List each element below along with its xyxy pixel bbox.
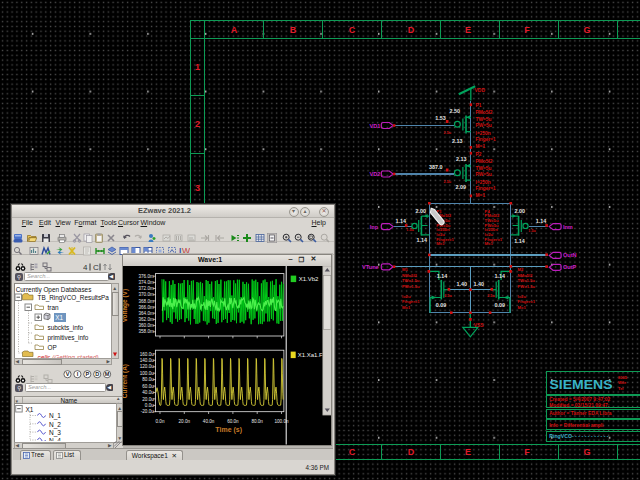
svg-text:Tel: Tel: [618, 386, 623, 391]
svg-text:P: P: [85, 372, 89, 378]
svg-text:-20.0u: -20.0u: [141, 410, 154, 415]
svg-text:l=250n: l=250n: [476, 180, 491, 185]
svg-text:E: E: [465, 447, 471, 457]
svg-text:1.40: 1.40: [474, 281, 485, 287]
svg-text:RingVCO- - - - - - - - - - - -: RingVCO- - - - - - - - - - - -: [549, 433, 609, 439]
svg-text:2.5u: 2.5u: [487, 294, 495, 298]
svg-text:20.0u: 20.0u: [142, 397, 154, 402]
svg-text:0.09: 0.09: [436, 302, 447, 308]
svg-text:80.0n: 80.0n: [251, 420, 263, 425]
svg-text:1.14: 1.14: [417, 237, 428, 243]
svg-text:PW=1.5u: PW=1.5u: [402, 284, 420, 289]
svg-text:2.13: 2.13: [452, 138, 463, 144]
svg-text:F: F: [524, 25, 530, 35]
svg-text:OutN: OutN: [563, 252, 577, 258]
svg-text:E: E: [465, 25, 471, 35]
svg-text:Finger=1: Finger=1: [476, 186, 496, 191]
svg-text:2.00: 2.00: [416, 208, 427, 214]
svg-text:4: 4: [83, 263, 88, 272]
svg-text:Inm: Inm: [563, 224, 573, 230]
svg-text:l=250n: l=250n: [476, 131, 491, 136]
svg-text:Modified = 03/15/21 09:47:: Modified = 03/15/21 09:47:: [549, 403, 610, 408]
svg-text:372.0m: 372.0m: [138, 287, 153, 292]
svg-text:2: 2: [195, 119, 200, 129]
svg-text:M=1: M=1: [476, 144, 486, 149]
svg-text:376.0m: 376.0m: [138, 274, 153, 279]
svg-text:TW=5u: TW=5u: [476, 166, 492, 171]
svg-text:D: D: [95, 372, 99, 378]
svg-text:1.14: 1.14: [494, 273, 505, 279]
svg-text:C: C: [349, 447, 356, 457]
svg-text:368.0m: 368.0m: [138, 299, 153, 304]
svg-text:362.0m: 362.0m: [138, 317, 153, 322]
svg-text:1.5u: 1.5u: [528, 229, 536, 233]
svg-text:Finger=1: Finger=1: [476, 137, 496, 142]
svg-text:160.0u: 160.0u: [140, 352, 154, 357]
svg-text:1.14: 1.14: [536, 218, 547, 224]
svg-text:N_1: N_1: [49, 412, 61, 420]
svg-text:Author = Tanner EDA Libra: Author = Tanner EDA Libra: [549, 411, 612, 416]
svg-text:C: C: [93, 263, 99, 272]
svg-text:OutP: OutP: [563, 264, 577, 270]
svg-text:Info = Differential ampli: Info = Differential ampli: [549, 423, 604, 428]
svg-text:l=2u: l=2u: [518, 294, 527, 299]
svg-text:Finger=1: Finger=1: [518, 299, 536, 304]
svg-text:140.0u: 140.0u: [140, 358, 154, 363]
svg-text:1.14: 1.14: [514, 238, 525, 244]
svg-text:1.40: 1.40: [457, 281, 468, 287]
svg-text:387.0: 387.0: [429, 164, 443, 170]
svg-text:1.14: 1.14: [395, 218, 406, 224]
svg-text:100.0u: 100.0u: [140, 371, 154, 376]
svg-text:X1.Xa1.F: X1.Xa1.F: [297, 353, 322, 359]
svg-text:PMo5l2: PMo5l2: [476, 110, 493, 115]
svg-text:M=1: M=1: [476, 193, 486, 198]
svg-text:PMo5l2: PMo5l2: [476, 159, 493, 164]
svg-text:0.0u: 0.0u: [145, 403, 154, 408]
svg-text:2.13: 2.13: [456, 156, 467, 162]
svg-text:M=1: M=1: [518, 305, 527, 310]
svg-text:TW=1.5u: TW=1.5u: [518, 278, 536, 283]
svg-text:60.0u: 60.0u: [142, 384, 154, 389]
svg-text:N_4: N_4: [49, 437, 61, 441]
svg-text:M=1: M=1: [402, 305, 411, 310]
svg-text:Wile: Wile: [618, 380, 627, 385]
svg-text:P1: P1: [476, 103, 482, 108]
svg-text:VD2: VD2: [370, 171, 381, 177]
svg-text:2.5u: 2.5u: [444, 294, 452, 298]
svg-text:2.09: 2.09: [456, 184, 467, 190]
svg-text:2.5u: 2.5u: [444, 131, 452, 135]
svg-text:M2: M2: [518, 267, 524, 272]
svg-text:2.5u: 2.5u: [444, 180, 452, 184]
svg-text:M1: M1: [402, 267, 408, 272]
svg-text:B: B: [290, 25, 297, 35]
svg-text:G: G: [583, 25, 590, 35]
svg-text:A: A: [231, 25, 238, 35]
svg-text:D: D: [408, 447, 415, 457]
svg-text:60.0n: 60.0n: [227, 420, 239, 425]
svg-text:0.0n: 0.0n: [155, 420, 164, 425]
svg-text:NMo5l2: NMo5l2: [402, 273, 418, 278]
svg-text:PW=5u: PW=5u: [476, 123, 492, 128]
svg-text:370.0m: 370.0m: [138, 293, 153, 298]
svg-text:C: C: [349, 25, 356, 35]
svg-text:374.0m: 374.0m: [138, 280, 153, 285]
svg-text:2.00: 2.00: [515, 208, 526, 214]
svg-text:1.5u: 1.5u: [406, 228, 414, 232]
svg-text:N_2: N_2: [49, 421, 61, 429]
svg-text:Time (s): Time (s): [215, 426, 242, 434]
svg-text:366.0m: 366.0m: [138, 305, 153, 310]
svg-text:120.0u: 120.0u: [140, 365, 154, 370]
svg-text:TW=5u: TW=5u: [476, 117, 492, 122]
svg-text:M=1: M=1: [485, 241, 494, 246]
svg-text:l=2u: l=2u: [402, 294, 411, 299]
svg-text:X1: X1: [25, 406, 33, 413]
svg-text:1: 1: [195, 62, 200, 72]
svg-text:1.53: 1.53: [435, 115, 446, 121]
svg-text:V: V: [66, 372, 70, 378]
svg-text:P2: P2: [476, 152, 482, 157]
svg-text:3: 3: [195, 183, 200, 193]
svg-text:360.0m: 360.0m: [138, 324, 153, 329]
svg-text:20.0n: 20.0n: [178, 420, 190, 425]
svg-text:M: M: [105, 372, 110, 378]
svg-text:Inp: Inp: [370, 224, 379, 230]
